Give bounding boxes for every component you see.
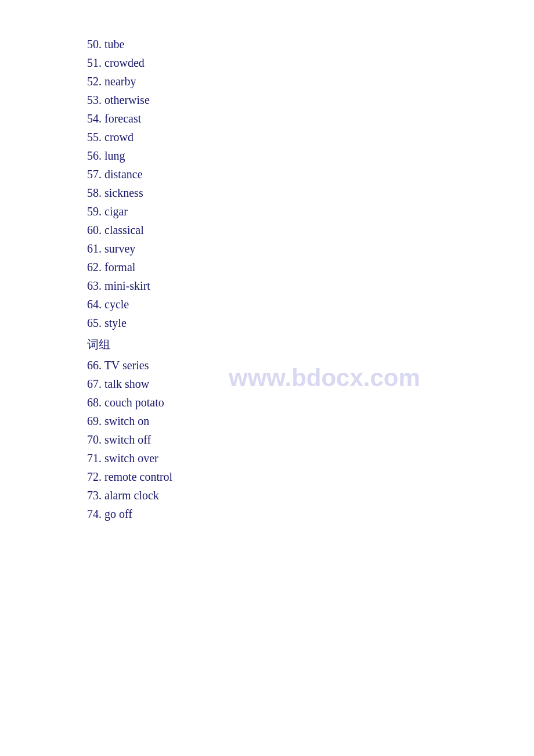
- list-item: 62. formal: [87, 258, 534, 276]
- list-item: 66. TV series: [87, 356, 534, 375]
- item-text: distance: [104, 168, 143, 181]
- list-item: 67. talk show: [87, 375, 534, 393]
- list-item: 74. go off: [87, 505, 534, 523]
- item-text: survey: [104, 242, 135, 255]
- item-text: formal: [104, 261, 135, 273]
- item-text: lung: [104, 149, 125, 162]
- list-item: 52. nearby: [87, 72, 534, 91]
- item-number: 70.: [87, 433, 104, 446]
- item-number: 51.: [87, 56, 104, 69]
- item-text: couch potato: [104, 396, 164, 409]
- list-item: 69. switch on: [87, 412, 534, 430]
- item-text: nearby: [104, 75, 136, 88]
- item-number: 72.: [87, 470, 104, 483]
- list-item: 56. lung: [87, 146, 534, 165]
- item-text: otherwise: [104, 93, 150, 106]
- list-item: 70. switch off: [87, 430, 534, 449]
- list-item: 64. cycle: [87, 295, 534, 314]
- item-text: switch over: [104, 452, 158, 465]
- list-item: 68. couch potato: [87, 393, 534, 412]
- list-item: 65. style: [87, 314, 534, 332]
- list-item: 61. survey: [87, 239, 534, 258]
- item-text: talk show: [104, 377, 149, 390]
- item-text: cigar: [104, 205, 128, 218]
- list-item: 54. forecast: [87, 109, 534, 128]
- item-number: 56.: [87, 149, 104, 162]
- item-number: 73.: [87, 489, 104, 502]
- item-number: 61.: [87, 242, 104, 255]
- item-text: TV series: [104, 359, 149, 372]
- item-text: crowd: [104, 131, 134, 143]
- list-item: 57. distance: [87, 165, 534, 183]
- list-item: 50. tube: [87, 35, 534, 53]
- list-item: 58. sickness: [87, 183, 534, 202]
- list-item: 71. switch over: [87, 449, 534, 467]
- item-text: sickness: [104, 186, 143, 199]
- item-text: cycle: [104, 298, 129, 311]
- list-item: 55. crowd: [87, 128, 534, 146]
- vocab-list: 50. tube 51. crowded 52. nearby 53. othe…: [87, 35, 534, 332]
- phrase-list: 66. TV series 67. talk show 68. couch po…: [87, 356, 534, 523]
- item-number: 58.: [87, 186, 104, 199]
- item-number: 68.: [87, 396, 104, 409]
- item-number: 64.: [87, 298, 104, 311]
- item-text: mini-skirt: [104, 279, 150, 292]
- item-text: forecast: [104, 112, 141, 125]
- item-text: style: [104, 316, 127, 329]
- list-item: 53. otherwise: [87, 91, 534, 109]
- item-number: 53.: [87, 93, 104, 106]
- item-text: tube: [104, 38, 124, 51]
- item-text: remote control: [104, 470, 172, 483]
- item-number: 66.: [87, 359, 104, 372]
- list-item: 63. mini-skirt: [87, 276, 534, 295]
- item-number: 60.: [87, 224, 104, 236]
- item-number: 55.: [87, 131, 104, 143]
- list-item: 73. alarm clock: [87, 486, 534, 505]
- item-number: 69.: [87, 415, 104, 427]
- item-number: 57.: [87, 168, 104, 181]
- item-number: 52.: [87, 75, 104, 88]
- item-text: alarm clock: [104, 489, 159, 502]
- item-text: crowded: [104, 56, 145, 69]
- item-text: switch on: [104, 415, 149, 427]
- list-item: 72. remote control: [87, 467, 534, 486]
- item-number: 74.: [87, 507, 104, 520]
- item-number: 62.: [87, 261, 104, 273]
- item-number: 50.: [87, 38, 104, 51]
- item-text: classical: [104, 224, 144, 236]
- item-number: 59.: [87, 205, 104, 218]
- item-number: 54.: [87, 112, 104, 125]
- list-item: 59. cigar: [87, 202, 534, 221]
- item-number: 67.: [87, 377, 104, 390]
- item-text: go off: [104, 507, 132, 520]
- item-text: switch off: [104, 433, 151, 446]
- item-number: 65.: [87, 316, 104, 329]
- section-label: 词组: [87, 333, 534, 356]
- list-item: 51. crowded: [87, 53, 534, 72]
- item-number: 71.: [87, 452, 104, 465]
- main-content: 50. tube 51. crowded 52. nearby 53. othe…: [0, 0, 534, 558]
- item-number: 63.: [87, 279, 104, 292]
- list-item: 60. classical: [87, 221, 534, 239]
